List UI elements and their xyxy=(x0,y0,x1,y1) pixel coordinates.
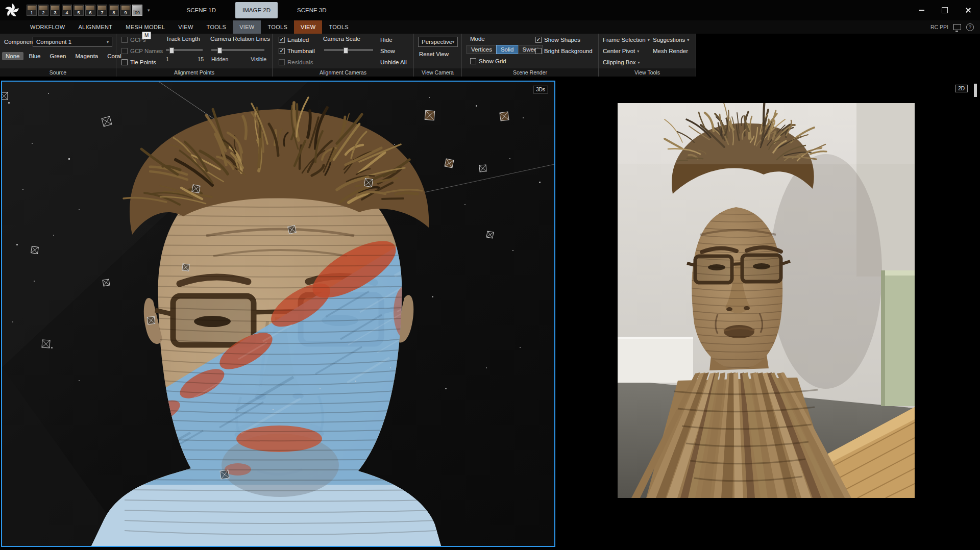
checkbox-icon: ✓ xyxy=(279,48,285,54)
camera-relation-lines-slider[interactable] xyxy=(211,47,264,53)
tab-scene-3d[interactable]: SCENE 3D xyxy=(290,7,334,13)
quick-slot-7[interactable]: 7 xyxy=(97,5,107,16)
color-green-button[interactable]: Green xyxy=(46,52,70,60)
mode-label: Mode xyxy=(470,36,485,42)
layout-tabs: SCENE 1D IMAGE 2D SCENE 3D xyxy=(180,0,334,20)
unhide-all-command[interactable]: Unhide All xyxy=(380,59,407,65)
viewport-3d-badge[interactable]: 3Ds xyxy=(533,86,548,93)
ribbon-tab-view-1[interactable]: VIEW xyxy=(172,20,200,34)
thumbnail-icon xyxy=(51,6,59,10)
checkbox-icon: ✓ xyxy=(535,48,542,54)
checkbox-icon: ✓ xyxy=(121,48,128,54)
close-button[interactable] xyxy=(957,0,980,20)
thumbnail-icon xyxy=(133,6,141,10)
bright-background-checkbox[interactable]: ✓Bright Background xyxy=(535,48,593,54)
close-icon xyxy=(965,7,971,13)
group-title-view-camera: View Camera xyxy=(414,68,461,77)
chevron-down-icon: ▾ xyxy=(452,40,454,44)
slider-thumb[interactable] xyxy=(344,47,348,54)
reset-view-command[interactable]: Reset View xyxy=(419,51,449,57)
rc-ppi-label: RC PPI xyxy=(930,24,948,30)
camera-scale-slider[interactable] xyxy=(324,47,373,53)
component-label: Component xyxy=(4,39,34,45)
thumbnail-icon xyxy=(75,6,83,10)
ribbon-tab-workflow[interactable]: WORKFLOW xyxy=(23,20,71,34)
quick-slot-2[interactable]: 2 xyxy=(38,5,48,16)
slider-thumb[interactable] xyxy=(169,47,174,54)
quick-slot-6[interactable]: 6 xyxy=(85,5,95,16)
quick-access-overflow-icon[interactable]: ▾ xyxy=(148,8,150,13)
projection-select[interactable]: Perspective ▾ xyxy=(418,37,458,47)
group-alignment-cameras: ✓Enabled ✓Thumbnail ✓Residuals Camera Sc… xyxy=(273,34,414,77)
group-title-scene-render: Scene Render xyxy=(462,68,598,77)
quick-slot-9[interactable]: 9 xyxy=(120,5,131,16)
component-select[interactable]: Component 1 ▾ xyxy=(33,37,112,47)
checkbox-icon: ✓ xyxy=(279,37,285,43)
viewport-2d-scrollbar[interactable] xyxy=(974,84,977,97)
minimize-button[interactable] xyxy=(910,0,933,20)
quick-slot-8[interactable]: 8 xyxy=(109,5,119,16)
show-shapes-checkbox[interactable]: ✓Show Shapes xyxy=(535,37,580,43)
ribbon-tab-tools-3[interactable]: TOOLS xyxy=(322,20,355,34)
tie-points-checkbox[interactable]: ✓Tie Points xyxy=(121,59,156,65)
enabled-checkbox[interactable]: ✓Enabled xyxy=(279,37,309,43)
ribbon-right-area: RC PPI ? xyxy=(930,20,980,34)
maximize-icon xyxy=(942,7,948,13)
quick-slot-1[interactable]: 1 xyxy=(27,5,37,16)
show-grid-checkbox[interactable]: ✓Show Grid xyxy=(470,58,506,64)
track-length-slider[interactable] xyxy=(166,47,203,53)
track-length-range: 115 xyxy=(166,56,204,62)
maximize-button[interactable] xyxy=(933,0,957,20)
group-title-view-tools: View Tools xyxy=(599,68,696,77)
viewport-2d-badge[interactable]: 2D xyxy=(955,85,968,92)
viewport-3d[interactable]: 3Ds xyxy=(1,81,555,547)
keytip-m: M xyxy=(142,32,151,39)
group-title-alignment-cameras: Alignment Cameras xyxy=(273,68,413,77)
clipping-box-command[interactable]: Clipping Box▾ xyxy=(603,59,640,65)
quick-slot-5[interactable]: 5 xyxy=(74,5,84,16)
tab-scene-1d[interactable]: SCENE 1D xyxy=(180,7,224,13)
photo-image[interactable] xyxy=(618,103,915,498)
slider-thumb[interactable] xyxy=(217,47,222,54)
residuals-checkbox[interactable]: ✓Residuals xyxy=(279,59,313,65)
chevron-down-icon: ▾ xyxy=(648,38,650,42)
camera-relation-lines-label: Camera Relation Lines xyxy=(210,36,270,42)
ribbon-tab-view-2[interactable]: VIEW xyxy=(233,20,261,34)
color-blue-button[interactable]: Blue xyxy=(26,52,44,60)
suggestions-command[interactable]: Suggestions▾ xyxy=(653,37,689,43)
tab-image-2d[interactable]: IMAGE 2D xyxy=(235,2,278,18)
quick-slot-10[interactable]: 09 xyxy=(132,5,142,16)
viewport-2d[interactable]: 2D xyxy=(557,81,980,550)
quick-slot-3[interactable]: 3 xyxy=(50,5,60,16)
window-controls xyxy=(910,0,980,20)
hide-command[interactable]: Hide xyxy=(380,37,393,43)
ribbon-tab-tools-1[interactable]: TOOLS xyxy=(200,20,233,34)
ribbon-tab-alignment[interactable]: ALIGNMENT xyxy=(71,20,119,34)
color-magenta-button[interactable]: Magenta xyxy=(72,52,102,60)
frame-selection-command[interactable]: Frame Selection▾ xyxy=(603,37,650,43)
checkbox-icon: ✓ xyxy=(121,37,128,43)
thumbnail-icon xyxy=(98,6,106,10)
quick-slot-4[interactable]: 4 xyxy=(62,5,72,16)
mesh-render-command[interactable]: Mesh Render xyxy=(653,48,688,54)
vertices-mode-button[interactable]: Vertices xyxy=(467,45,497,54)
ribbon-tab-tools-2[interactable]: TOOLS xyxy=(261,20,294,34)
main-area: 3Ds xyxy=(0,81,980,550)
3d-scene-canvas[interactable] xyxy=(2,82,554,546)
chevron-down-icon: ▾ xyxy=(638,60,640,65)
thumbnail-checkbox[interactable]: ✓Thumbnail xyxy=(279,48,315,54)
thumbnail-icon xyxy=(121,6,130,10)
thumbnail-icon xyxy=(28,6,36,10)
center-pivot-command[interactable]: Center Pivot▾ xyxy=(603,48,639,54)
screen-icon[interactable] xyxy=(953,24,961,30)
show-command[interactable]: Show xyxy=(380,48,395,54)
color-none-button[interactable]: None xyxy=(2,52,23,60)
solid-mode-button[interactable]: Solid xyxy=(496,45,519,54)
help-icon[interactable]: ? xyxy=(966,23,974,31)
quick-access-bar: 1 2 3 4 5 6 7 8 9 09 ▾ xyxy=(27,5,150,16)
checkbox-icon: ✓ xyxy=(121,59,128,65)
track-length-label: Track Length xyxy=(166,36,200,42)
ribbon-tab-view-active[interactable]: VIEW xyxy=(294,20,322,34)
gcp-names-checkbox[interactable]: ✓GCP Names xyxy=(121,48,163,54)
chevron-down-icon: ▾ xyxy=(687,38,689,42)
